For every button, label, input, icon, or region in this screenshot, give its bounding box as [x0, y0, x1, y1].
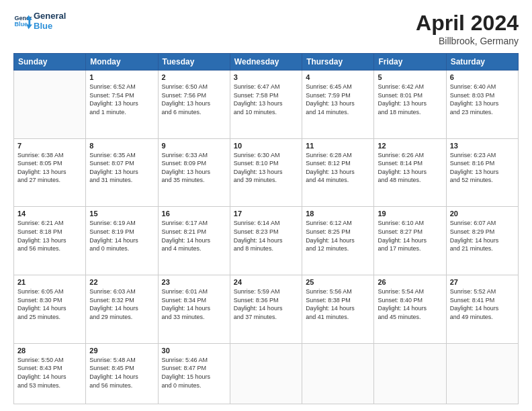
logo-general: General	[34, 11, 66, 21]
day-number: 21	[17, 278, 82, 286]
day-info: Sunrise: 6:40 AMSunset: 8:03 PMDaylight:…	[450, 83, 515, 116]
header-row: SundayMondayTuesdayWednesdayThursdayFrid…	[14, 54, 519, 71]
day-cell: 29Sunrise: 5:48 AMSunset: 8:45 PMDayligh…	[86, 343, 158, 404]
day-number: 22	[89, 278, 154, 286]
day-cell: 5Sunrise: 6:42 AMSunset: 8:01 PMDaylight…	[374, 71, 446, 139]
day-number: 7	[17, 142, 82, 150]
col-header-thursday: Thursday	[302, 54, 374, 71]
day-cell: 16Sunrise: 6:17 AMSunset: 8:21 PMDayligh…	[158, 207, 230, 275]
day-number: 12	[378, 142, 442, 150]
day-cell: 26Sunrise: 5:54 AMSunset: 8:40 PMDayligh…	[374, 275, 446, 344]
day-info: Sunrise: 6:30 AMSunset: 8:10 PMDaylight:…	[234, 151, 298, 185]
day-cell: 18Sunrise: 6:12 AMSunset: 8:25 PMDayligh…	[302, 207, 374, 275]
day-info: Sunrise: 6:21 AMSunset: 8:18 PMDaylight:…	[17, 219, 82, 253]
day-cell: 7Sunrise: 6:38 AMSunset: 8:05 PMDaylight…	[14, 138, 86, 207]
col-header-sunday: Sunday	[14, 54, 86, 71]
day-number: 24	[234, 278, 298, 286]
logo: General Blue General Blue	[13, 11, 66, 31]
day-number: 15	[89, 210, 154, 218]
day-number: 14	[17, 210, 82, 218]
day-cell: 25Sunrise: 5:56 AMSunset: 8:38 PMDayligh…	[302, 275, 374, 344]
week-row-2: 14Sunrise: 6:21 AMSunset: 8:18 PMDayligh…	[14, 207, 519, 275]
header: General Blue General Blue April 2024 Bil…	[13, 11, 519, 46]
day-number: 27	[450, 278, 515, 286]
col-header-wednesday: Wednesday	[230, 54, 302, 71]
day-info: Sunrise: 6:19 AMSunset: 8:19 PMDaylight:…	[89, 219, 154, 253]
day-cell: 30Sunrise: 5:46 AMSunset: 8:47 PMDayligh…	[158, 343, 230, 404]
day-number: 17	[234, 210, 298, 218]
location: Billbrook, Germany	[416, 36, 519, 46]
day-info: Sunrise: 6:12 AMSunset: 8:25 PMDaylight:…	[306, 219, 370, 253]
day-cell	[14, 71, 86, 139]
day-info: Sunrise: 6:10 AMSunset: 8:27 PMDaylight:…	[378, 219, 442, 253]
day-info: Sunrise: 6:07 AMSunset: 8:29 PMDaylight:…	[450, 219, 515, 253]
day-number: 4	[306, 73, 370, 81]
logo-icon: General Blue	[13, 11, 32, 30]
day-cell: 15Sunrise: 6:19 AMSunset: 8:19 PMDayligh…	[86, 207, 158, 275]
week-row-0: 1Sunrise: 6:52 AMSunset: 7:54 PMDaylight…	[14, 71, 519, 139]
week-row-4: 28Sunrise: 5:50 AMSunset: 8:43 PMDayligh…	[14, 343, 519, 404]
day-cell: 28Sunrise: 5:50 AMSunset: 8:43 PMDayligh…	[14, 343, 86, 404]
day-cell: 12Sunrise: 6:26 AMSunset: 8:14 PMDayligh…	[374, 138, 446, 207]
title-block: April 2024 Billbrook, Germany	[416, 11, 519, 46]
svg-text:Blue: Blue	[14, 21, 28, 28]
day-number: 26	[378, 278, 442, 286]
week-row-3: 21Sunrise: 6:05 AMSunset: 8:30 PMDayligh…	[14, 275, 519, 344]
day-cell	[374, 343, 446, 404]
day-number: 8	[89, 142, 154, 150]
day-cell: 14Sunrise: 6:21 AMSunset: 8:18 PMDayligh…	[14, 207, 86, 275]
day-info: Sunrise: 6:35 AMSunset: 8:07 PMDaylight:…	[89, 151, 154, 185]
day-number: 25	[306, 278, 370, 286]
day-cell: 17Sunrise: 6:14 AMSunset: 8:23 PMDayligh…	[230, 207, 302, 275]
day-number: 11	[306, 142, 370, 150]
day-number: 20	[450, 210, 515, 218]
day-number: 1	[89, 73, 154, 81]
day-info: Sunrise: 6:33 AMSunset: 8:09 PMDaylight:…	[162, 151, 226, 185]
logo-blue: Blue	[34, 21, 66, 31]
day-cell: 21Sunrise: 6:05 AMSunset: 8:30 PMDayligh…	[14, 275, 86, 344]
day-cell: 8Sunrise: 6:35 AMSunset: 8:07 PMDaylight…	[86, 138, 158, 207]
col-header-tuesday: Tuesday	[158, 54, 230, 71]
day-info: Sunrise: 5:46 AMSunset: 8:47 PMDaylight:…	[162, 356, 226, 390]
day-info: Sunrise: 5:48 AMSunset: 8:45 PMDaylight:…	[89, 356, 154, 390]
day-number: 16	[162, 210, 226, 218]
day-number: 2	[162, 73, 226, 81]
day-cell	[230, 343, 302, 404]
day-info: Sunrise: 5:52 AMSunset: 8:41 PMDaylight:…	[450, 287, 515, 321]
day-cell: 19Sunrise: 6:10 AMSunset: 8:27 PMDayligh…	[374, 207, 446, 275]
day-info: Sunrise: 6:28 AMSunset: 8:12 PMDaylight:…	[306, 151, 370, 185]
month-title: April 2024	[416, 11, 519, 36]
day-cell: 24Sunrise: 5:59 AMSunset: 8:36 PMDayligh…	[230, 275, 302, 344]
day-cell: 4Sunrise: 6:45 AMSunset: 7:59 PMDaylight…	[302, 71, 374, 139]
day-number: 10	[234, 142, 298, 150]
day-cell: 27Sunrise: 5:52 AMSunset: 8:41 PMDayligh…	[446, 275, 518, 344]
col-header-monday: Monday	[86, 54, 158, 71]
day-cell: 22Sunrise: 6:03 AMSunset: 8:32 PMDayligh…	[86, 275, 158, 344]
day-info: Sunrise: 6:01 AMSunset: 8:34 PMDaylight:…	[162, 287, 226, 321]
day-number: 9	[162, 142, 226, 150]
day-cell: 2Sunrise: 6:50 AMSunset: 7:56 PMDaylight…	[158, 71, 230, 139]
day-info: Sunrise: 6:14 AMSunset: 8:23 PMDaylight:…	[234, 219, 298, 253]
day-number: 29	[89, 347, 154, 355]
day-info: Sunrise: 5:59 AMSunset: 8:36 PMDaylight:…	[234, 287, 298, 321]
day-info: Sunrise: 6:47 AMSunset: 7:58 PMDaylight:…	[234, 83, 298, 116]
day-number: 18	[306, 210, 370, 218]
day-number: 30	[162, 347, 226, 355]
day-cell	[446, 343, 518, 404]
day-info: Sunrise: 6:03 AMSunset: 8:32 PMDaylight:…	[89, 287, 154, 321]
day-info: Sunrise: 6:52 AMSunset: 7:54 PMDaylight:…	[89, 83, 154, 116]
col-header-friday: Friday	[374, 54, 446, 71]
day-info: Sunrise: 6:42 AMSunset: 8:01 PMDaylight:…	[378, 83, 442, 116]
day-info: Sunrise: 6:26 AMSunset: 8:14 PMDaylight:…	[378, 151, 442, 185]
day-cell: 13Sunrise: 6:23 AMSunset: 8:16 PMDayligh…	[446, 138, 518, 207]
day-cell: 6Sunrise: 6:40 AMSunset: 8:03 PMDaylight…	[446, 71, 518, 139]
day-info: Sunrise: 6:05 AMSunset: 8:30 PMDaylight:…	[17, 287, 82, 321]
day-number: 3	[234, 73, 298, 81]
day-cell: 11Sunrise: 6:28 AMSunset: 8:12 PMDayligh…	[302, 138, 374, 207]
day-info: Sunrise: 6:23 AMSunset: 8:16 PMDaylight:…	[450, 151, 515, 185]
day-info: Sunrise: 6:17 AMSunset: 8:21 PMDaylight:…	[162, 219, 226, 253]
day-number: 5	[378, 73, 442, 81]
day-cell: 9Sunrise: 6:33 AMSunset: 8:09 PMDaylight…	[158, 138, 230, 207]
day-number: 23	[162, 278, 226, 286]
day-cell: 20Sunrise: 6:07 AMSunset: 8:29 PMDayligh…	[446, 207, 518, 275]
